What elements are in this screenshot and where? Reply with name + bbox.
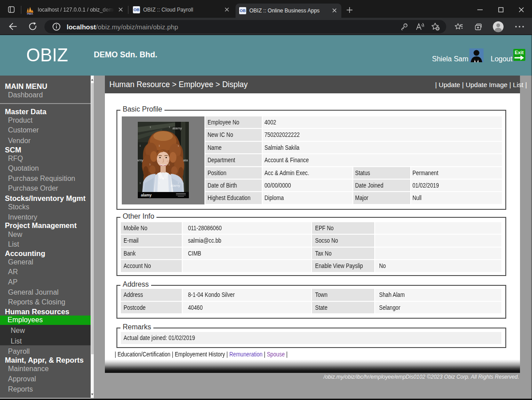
svg-text:alamy: alamy xyxy=(138,158,143,162)
svg-text:alamy: alamy xyxy=(172,126,182,130)
svg-text:alamy: alamy xyxy=(141,193,152,197)
svg-text:ala: ala xyxy=(183,158,188,162)
svg-text:Exit: Exit xyxy=(515,50,524,55)
svg-text:PMA: PMA xyxy=(27,12,33,15)
